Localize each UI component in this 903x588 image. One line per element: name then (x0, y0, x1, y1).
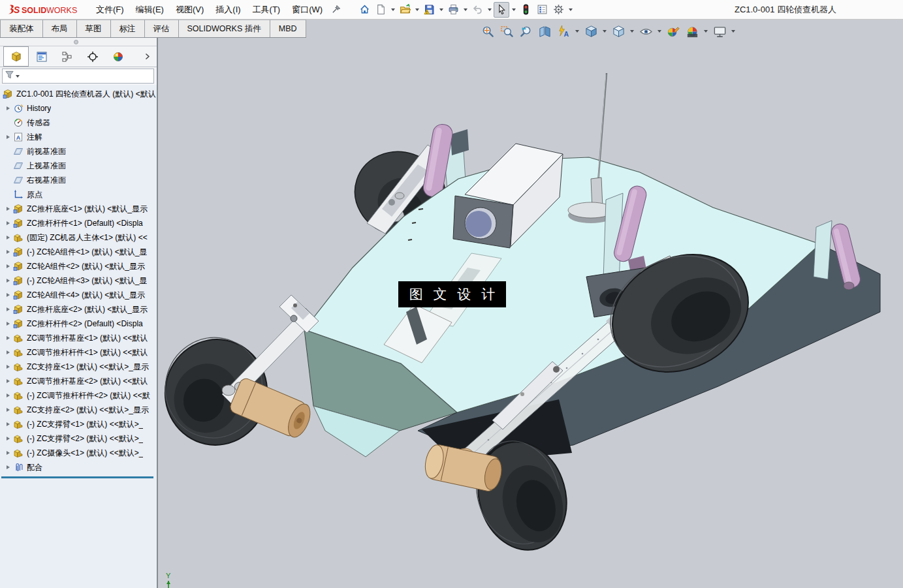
expand-arrow-icon[interactable] (3, 307, 13, 311)
expand-arrow-icon[interactable] (3, 394, 13, 397)
fm-configmgr-tab[interactable] (54, 46, 80, 67)
expand-arrow-icon[interactable] (3, 264, 13, 268)
view-settings-dropdown-caret-icon[interactable] (730, 23, 737, 40)
expand-arrow-icon[interactable] (3, 350, 13, 354)
command-tab-2[interactable]: 草图 (77, 20, 111, 37)
expand-arrow-icon[interactable] (3, 465, 13, 469)
display-style-dropdown-caret-icon[interactable] (629, 23, 635, 40)
options-list-button[interactable] (534, 2, 550, 18)
tree-filter-input[interactable] (2, 69, 154, 84)
save-button[interactable] (421, 2, 437, 18)
fm-dimxpert-tab[interactable] (80, 46, 105, 67)
menu-item-1[interactable]: 编辑(E) (130, 0, 170, 20)
graphics-viewport[interactable]: A 图 文 设 计 Y (158, 20, 903, 588)
tree-item-19[interactable]: ZC支持座<1> (默认) <<默认>_显示 (0, 360, 157, 374)
tree-item-23[interactable]: (-) ZC支撑臂<1> (默认) <<默认>_ (0, 417, 157, 431)
tree-item-9[interactable]: ZC推杆杆件<1> (Default) <Displa (0, 216, 157, 230)
tree-item-15[interactable]: ZC推杆底座<2> (默认) <默认_显示 (0, 302, 157, 317)
expand-arrow-icon[interactable] (3, 250, 13, 254)
menu-item-2[interactable]: 视图(V) (170, 0, 210, 20)
view-orientation-dropdown-caret-icon[interactable] (601, 23, 608, 40)
tree-item-20[interactable]: ZC调节推杆基座<2> (默认) <<默认 (0, 374, 157, 388)
expand-arrow-icon[interactable] (3, 279, 13, 283)
tree-item-17[interactable]: ZC调节推杆基座<1> (默认) <<默认 (0, 331, 157, 345)
print-button[interactable] (445, 2, 461, 18)
undo-button[interactable] (469, 2, 485, 18)
expand-arrow-icon[interactable] (3, 422, 13, 426)
previous-view-button[interactable] (517, 23, 534, 40)
tree-item-12[interactable]: ZC轮A组件<2> (默认) <默认_显示 (0, 259, 157, 273)
expand-arrow-icon[interactable] (3, 451, 13, 455)
settings-gear-dropdown-caret-icon[interactable] (567, 2, 574, 18)
expand-arrow-icon[interactable] (3, 379, 13, 383)
expand-arrow-icon[interactable] (3, 207, 13, 211)
fm-displaymgr-tab[interactable] (105, 46, 131, 67)
tree-item-6[interactable]: 右视基准面 (0, 173, 157, 187)
tree-item-25[interactable]: (-) ZC摄像头<1> (默认) <<默认>_ (0, 446, 157, 460)
command-tab-3[interactable]: 标注 (111, 20, 145, 37)
undo-dropdown-caret-icon[interactable] (486, 2, 493, 18)
display-style-button[interactable] (610, 23, 627, 40)
tree-item-3[interactable]: A注解 (0, 130, 157, 144)
new-document-button[interactable] (373, 2, 388, 18)
expand-arrow-icon[interactable] (3, 236, 13, 240)
collapse-handle-icon[interactable] (74, 40, 78, 44)
apply-scene-dropdown-caret-icon[interactable] (703, 23, 709, 40)
expand-arrow-icon[interactable] (3, 408, 13, 412)
tree-item-22[interactable]: ZC支持座<2> (默认) <<默认>_显示 (0, 403, 157, 417)
tree-item-10[interactable]: (固定) ZC机器人主体<1> (默认) << (0, 230, 157, 245)
expand-arrow-icon[interactable] (3, 135, 13, 139)
tree-item-11[interactable]: (-) ZC轮A组件<1> (默认) <默认_显 (0, 245, 157, 259)
tree-item-14[interactable]: ZC轮A组件<4> (默认) <默认_显示 (0, 288, 157, 302)
tree-item-26[interactable]: 配合 (0, 460, 157, 474)
tree-item-5[interactable]: 上视基准面 (0, 159, 157, 173)
view-orientation-button[interactable] (582, 23, 599, 40)
menu-item-5[interactable]: 窗口(W) (286, 0, 328, 20)
filter-caret-icon[interactable] (16, 75, 20, 78)
settings-gear-button[interactable] (550, 2, 566, 18)
hide-show-items-dropdown-caret-icon[interactable] (656, 23, 663, 40)
select-dropdown-caret-icon[interactable] (510, 2, 517, 18)
tree-item-2[interactable]: 传感器 (0, 116, 157, 130)
tree-item-18[interactable]: ZC调节推杆杆件<1> (默认) <<默认 (0, 345, 157, 360)
zoom-to-area-button[interactable] (498, 23, 515, 40)
fm-propmgr-tab[interactable] (29, 46, 54, 67)
command-tab-6[interactable]: MBD (270, 20, 306, 37)
open-button[interactable] (397, 2, 413, 18)
expand-arrow-icon[interactable] (3, 221, 13, 225)
tree-item-7[interactable]: 原点 (0, 187, 157, 202)
rebuild-traffic-light-button[interactable] (518, 2, 533, 18)
select-button[interactable] (494, 2, 509, 18)
fm-features-tab[interactable] (3, 46, 29, 67)
tree-item-1[interactable]: History (0, 101, 157, 116)
command-tab-5[interactable]: SOLIDWORKS 插件 (179, 20, 270, 37)
panel-expand-chevron-icon[interactable] (143, 46, 151, 67)
filter-funnel-icon[interactable] (5, 70, 14, 82)
tree-item-8[interactable]: ZC推杆底座<1> (默认) <默认_显示 (0, 202, 157, 216)
menu-item-0[interactable]: 文件(F) (90, 0, 130, 20)
edit-appearance-button[interactable] (665, 23, 682, 40)
tree-item-13[interactable]: (-) ZC轮A组件<3> (默认) <默认_显 (0, 273, 157, 288)
robot-assembly-model[interactable] (158, 20, 903, 588)
expand-arrow-icon[interactable] (3, 336, 13, 340)
save-dropdown-caret-icon[interactable] (437, 2, 445, 18)
expand-arrow-icon[interactable] (3, 322, 13, 326)
command-manager-collapse-strip[interactable] (0, 38, 157, 46)
annotation-views-dropdown-caret-icon[interactable] (574, 23, 580, 40)
command-tab-4[interactable]: 评估 (145, 20, 179, 37)
pin-icon[interactable] (331, 5, 341, 14)
section-view-button[interactable] (536, 23, 553, 40)
expand-arrow-icon[interactable] (3, 437, 13, 441)
expand-arrow-icon[interactable] (3, 293, 13, 297)
zoom-to-fit-button[interactable] (479, 23, 496, 40)
expand-arrow-icon[interactable] (3, 106, 13, 110)
menu-item-4[interactable]: 工具(T) (247, 0, 287, 20)
annotation-views-button[interactable]: A (555, 23, 572, 40)
home-button[interactable] (356, 2, 372, 18)
tree-item-4[interactable]: 前视基准面 (0, 144, 157, 159)
tree-item-24[interactable]: (-) ZC支撑臂<2> (默认) <<默认>_ (0, 431, 157, 446)
tree-item-16[interactable]: ZC推杆杆件<2> (Default) <Displa (0, 317, 157, 331)
print-dropdown-caret-icon[interactable] (462, 2, 469, 18)
command-tab-1[interactable]: 布局 (43, 20, 77, 37)
rollback-bar[interactable] (1, 476, 153, 478)
